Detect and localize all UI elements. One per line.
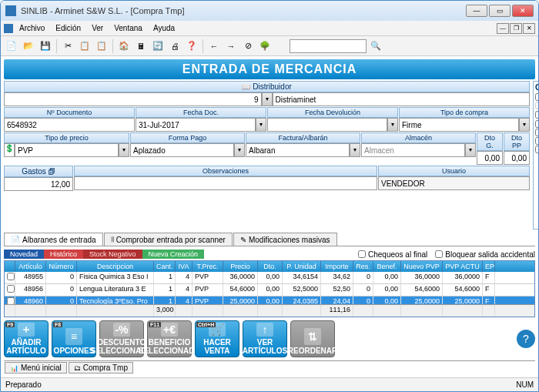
btn-beneficio[interactable]: F11+€BENEFICIO SELECCIONADO: [147, 320, 192, 357]
tool-open[interactable]: 📂: [21, 39, 36, 54]
tab-albaranes[interactable]: 📄 Albaranes de entrada: [4, 233, 103, 246]
tool-save[interactable]: 💾: [38, 39, 53, 54]
formapago-input[interactable]: [130, 143, 234, 157]
btn-descuento[interactable]: -%DESCUENTO SELECCIONADO: [99, 320, 144, 357]
tool-copy[interactable]: 📋: [77, 39, 92, 54]
grid-header[interactable]: Artículo: [15, 261, 46, 272]
chk-feria[interactable]: Feria %Dto.: [535, 109, 538, 119]
chk-novedad[interactable]: Novedad: [535, 92, 538, 101]
grid-header[interactable]: Importe: [321, 261, 353, 272]
fechadoc-input[interactable]: [136, 118, 256, 132]
gastos-label[interactable]: Gastos 🗐: [4, 166, 73, 177]
distribuidor-dropdown[interactable]: ▾: [262, 92, 273, 106]
btn-ver[interactable]: ↑VER ARTÍCULOS: [243, 320, 287, 357]
chk-reclamacion[interactable]: Reclamación: [535, 119, 538, 128]
tool-back[interactable]: ←: [206, 39, 222, 54]
tool-help[interactable]: ❓: [184, 39, 199, 54]
btn-opciones[interactable]: F8≡OPCIONES: [52, 320, 96, 357]
chk-bloquear[interactable]: Bloquear salida accidental: [435, 250, 535, 259]
chk-exentoiva[interactable]: Exento IVA: [535, 128, 538, 136]
chk-recargo[interactable]: Recargo equiv.: [535, 136, 538, 145]
grid-header[interactable]: IVA: [176, 261, 192, 272]
facturaalbaran-input[interactable]: [246, 143, 350, 157]
tool-tree[interactable]: 🌳: [257, 39, 273, 54]
toolbar-search[interactable]: [290, 39, 367, 53]
btn-hacerventa[interactable]: Ctrl+H🛒HACER VENTA: [195, 320, 239, 357]
distribuidor-name[interactable]: [273, 92, 531, 106]
btab-menu-inicial[interactable]: 📊 Menú inicial: [5, 362, 67, 374]
close-button[interactable]: ✕: [512, 5, 534, 17]
grid-header[interactable]: P. Unidad: [283, 261, 321, 272]
tool-refresh[interactable]: 🔄: [150, 39, 166, 54]
tool-calc[interactable]: 🖩: [133, 39, 149, 54]
legend-novedad: Novedad: [4, 250, 44, 259]
legend-nueva: Nueva Creación: [142, 250, 205, 259]
minimize-button[interactable]: —: [466, 5, 487, 17]
mdi-restore[interactable]: ❐: [510, 23, 522, 34]
tool-home[interactable]: 🏠: [116, 39, 132, 54]
btab-compra-tmp[interactable]: 🗂 Compra Tmp: [69, 362, 133, 374]
grid-header[interactable]: T.Prec.: [192, 261, 223, 272]
chk-chequeos[interactable]: Chequeos al final: [358, 250, 427, 259]
dtog-input[interactable]: [477, 151, 503, 165]
table-row[interactable]: 489550Fisica Quimica 3 Eso I14PVP36,0000…: [5, 272, 534, 284]
almacen-dd[interactable]: ▾: [465, 143, 476, 157]
fechadev-dd[interactable]: ▾: [387, 118, 398, 132]
tool-new[interactable]: 📄: [4, 39, 19, 54]
menu-ayuda[interactable]: Ayuda: [149, 22, 179, 34]
observaciones-input[interactable]: [74, 176, 377, 190]
facturaalbaran-dd[interactable]: ▾: [350, 143, 360, 157]
btn-anadir[interactable]: F9＋AÑADIR ARTÍCULO: [4, 320, 49, 357]
tool-search[interactable]: 🔍: [368, 39, 383, 54]
distribuidor-label[interactable]: 📖 Distribuidor: [4, 81, 530, 92]
ndocumento-label: Nº Documento: [4, 107, 135, 118]
table-row[interactable]: 489560Lengua Literatura 3 E14PVP54,60000…: [5, 284, 534, 297]
tipocompra-input[interactable]: [399, 118, 519, 132]
gastos-input[interactable]: [4, 177, 73, 191]
tipocompra-dd[interactable]: ▾: [519, 118, 530, 132]
grid-header[interactable]: Benef.: [373, 261, 401, 272]
chk-2mano[interactable]: 2ª mano: [535, 145, 538, 153]
grid-header[interactable]: Precio: [223, 261, 258, 272]
btn-reordenar[interactable]: ⇅REORDENAR: [290, 320, 335, 357]
tool-print[interactable]: 🖨: [167, 39, 182, 54]
formapago-dd[interactable]: ▾: [234, 143, 245, 157]
up-icon: ↑: [256, 323, 273, 337]
dtopp-label: Dto PP: [504, 132, 530, 151]
tool-paste[interactable]: 📋: [94, 39, 109, 54]
tool-forward[interactable]: →: [223, 39, 239, 54]
grid-header[interactable]: Dto.: [258, 261, 283, 272]
menu-edicion[interactable]: Edición: [51, 22, 85, 34]
menu-archivo[interactable]: Archivo: [15, 22, 49, 34]
app-icon: [5, 5, 16, 16]
mdi-close[interactable]: ✕: [523, 23, 535, 34]
grid-header[interactable]: PVP ACTU: [443, 261, 483, 272]
almacen-input[interactable]: [361, 143, 465, 157]
tipoprecio-dd[interactable]: ▾: [119, 143, 129, 157]
fechadev-input[interactable]: [267, 118, 387, 132]
grid-header[interactable]: Número: [46, 261, 77, 272]
grid-header[interactable]: EP: [483, 261, 495, 272]
table-row[interactable]: 489600Tecnología 3ºEso. Pro14PVP25,00000…: [5, 297, 534, 304]
grid-header[interactable]: Res.: [353, 261, 373, 272]
tool-cancel[interactable]: ⊘: [240, 39, 256, 54]
menubar: Archivo Edición Ver Ventana Ayuda — ❐ ✕: [1, 21, 538, 36]
menu-ventana[interactable]: Ventana: [109, 22, 147, 34]
tool-cut[interactable]: ✂: [60, 39, 75, 54]
tab-modificaciones[interactable]: ✎ Modificaciones masivas: [233, 233, 337, 246]
mdi-minimize[interactable]: —: [497, 23, 509, 34]
tab-comprobar[interactable]: ⦀ Comprobar entrada por scanner: [104, 233, 233, 246]
maximize-button[interactable]: ▭: [489, 5, 511, 17]
tipoprecio-input[interactable]: [15, 143, 119, 157]
grid-header[interactable]: Descripcion: [77, 261, 154, 272]
grid-header[interactable]: [5, 261, 15, 272]
menu-ver[interactable]: Ver: [87, 22, 108, 34]
distribuidor-num[interactable]: [4, 92, 262, 106]
formapago-label: Forma Pago: [130, 132, 245, 143]
fechadoc-dd[interactable]: ▾: [256, 118, 266, 132]
ndocumento-input[interactable]: [4, 118, 135, 132]
dtopp-input[interactable]: [504, 151, 530, 165]
grid-header[interactable]: Nuevo PVP: [401, 261, 443, 272]
grid-header[interactable]: Cant.: [154, 261, 176, 272]
help-button[interactable]: ?: [517, 330, 535, 348]
